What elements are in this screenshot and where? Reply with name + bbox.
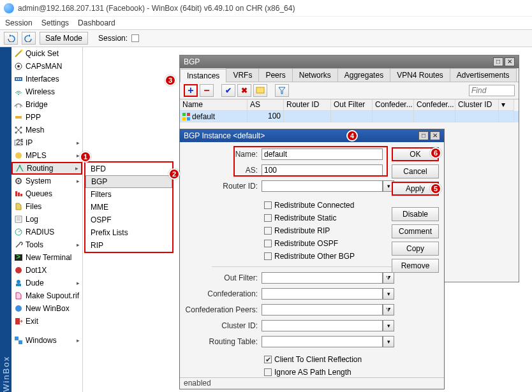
sidebar-item-bridge[interactable]: Bridge	[11, 98, 82, 111]
sidebar-item-wireless[interactable]: Wireless	[11, 85, 82, 98]
sidebar: Quick Set CAPsMAN Interfaces Wireless Br…	[11, 47, 83, 392]
sidebar-item-label: Exit	[26, 317, 38, 326]
name-input[interactable]	[262, 149, 383, 160]
sidebar-item-label: New Terminal	[26, 253, 71, 262]
tab-aggregates[interactable]: Aggregates	[337, 68, 390, 82]
sidebar-item-newwinbox[interactable]: New WinBox	[11, 302, 82, 315]
sidebar-item-windows[interactable]: Windows▸	[11, 334, 82, 347]
redis-connected-checkbox[interactable]	[264, 201, 272, 209]
copy-button[interactable]: Copy	[392, 242, 439, 256]
submenu-item-bfd[interactable]: BFD	[85, 163, 172, 175]
sidebar-item-capsman[interactable]: CAPsMAN	[11, 60, 82, 73]
disable-button[interactable]: Disable	[392, 207, 439, 221]
sidebar-item-dot1x[interactable]: Dot1X	[11, 264, 82, 277]
queues-icon	[14, 189, 23, 198]
tab-instances[interactable]: Instances	[180, 69, 226, 82]
redis-rip-checkbox[interactable]	[264, 227, 272, 235]
submenu-arrow-icon: ▸	[77, 280, 80, 286]
minimize-button[interactable]: □	[418, 131, 429, 140]
disable-button[interactable]: ✖	[237, 84, 251, 97]
rtable-dropdown[interactable]: ▾	[383, 336, 394, 347]
col-confed1[interactable]: Confeder...	[373, 99, 414, 111]
redo-button[interactable]	[22, 32, 36, 45]
submenu-item-mme[interactable]: MME	[85, 201, 172, 214]
outfilter-input[interactable]	[262, 272, 383, 284]
cluster-input[interactable]	[262, 320, 383, 331]
sidebar-item-ppp[interactable]: PPP	[11, 111, 82, 124]
submenu-item-filters[interactable]: Filters	[85, 188, 172, 201]
tab-advertisements[interactable]: Advertisements	[450, 68, 517, 82]
tab-networks[interactable]: Networks	[292, 68, 338, 82]
session-checkbox[interactable]	[131, 34, 139, 42]
sidebar-item-terminal[interactable]: >New Terminal	[11, 251, 82, 264]
comment-button[interactable]	[253, 84, 267, 97]
safe-mode-button[interactable]: Safe Mode	[40, 32, 88, 45]
close-button[interactable]: ✕	[430, 131, 440, 140]
sidebar-item-mpls[interactable]: MPLS▸	[11, 149, 82, 162]
c2c-checkbox[interactable]: ✔	[264, 356, 272, 363]
undo-button[interactable]	[4, 32, 18, 45]
tab-peers[interactable]: Peers	[258, 68, 292, 82]
minimize-button[interactable]: □	[493, 57, 503, 66]
ignore-as-checkbox[interactable]	[264, 368, 272, 376]
confed-peers-dropdown[interactable]: ⧩	[383, 304, 394, 316]
sidebar-item-interfaces[interactable]: Interfaces	[11, 73, 82, 85]
routing-submenu: BFD BGP Filters MME OSPF Prefix Lists RI…	[84, 161, 174, 253]
add-button[interactable]: +	[184, 84, 198, 97]
redis-static-checkbox[interactable]	[264, 214, 272, 222]
bgp-window-header[interactable]: BGP □ ✕	[180, 55, 519, 68]
col-as[interactable]: AS	[248, 99, 284, 111]
sidebar-item-routing[interactable]: Routing▸	[11, 162, 82, 175]
menu-dashboard[interactable]: Dashboard	[78, 18, 115, 27]
sidebar-item-system[interactable]: System▸	[11, 175, 82, 187]
comment-button[interactable]: Comment	[392, 224, 439, 238]
tab-vpn4[interactable]: VPN4 Routes	[390, 68, 450, 82]
redis-ospf-checkbox[interactable]	[264, 240, 272, 247]
sidebar-item-quickset[interactable]: Quick Set	[11, 47, 82, 60]
wand-icon	[14, 49, 23, 58]
enable-button[interactable]: ✔	[221, 84, 235, 97]
dude-icon	[14, 279, 23, 287]
submenu-item-rip[interactable]: RIP	[85, 239, 172, 252]
sidebar-item-files[interactable]: Files	[11, 200, 82, 213]
submenu-item-bgp[interactable]: BGP	[85, 175, 172, 188]
sidebar-item-mesh[interactable]: Mesh	[11, 124, 82, 136]
as-input[interactable]	[262, 164, 383, 176]
sidebar-item-supout[interactable]: Make Supout.rif	[11, 289, 82, 302]
tab-vrfs[interactable]: VRFs	[226, 68, 259, 82]
grid-row-default[interactable]: default 100	[180, 111, 519, 122]
find-input[interactable]	[469, 85, 515, 96]
col-more[interactable]: ▾	[499, 99, 514, 111]
outfilter-dropdown[interactable]: ⧩	[383, 272, 394, 284]
remove-button[interactable]: −	[200, 84, 214, 97]
col-name[interactable]: Name	[180, 99, 248, 111]
sidebar-item-radius[interactable]: RADIUS	[11, 226, 82, 238]
sidebar-item-dude[interactable]: Dude▸	[11, 277, 82, 289]
remove-button[interactable]: Remove	[392, 259, 439, 273]
sidebar-item-log[interactable]: Log	[11, 213, 82, 226]
close-button[interactable]: ✕	[505, 57, 515, 66]
confed-peers-input[interactable]	[262, 304, 383, 316]
sidebar-item-ip[interactable]: 255IP▸	[11, 136, 82, 149]
menu-settings[interactable]: Settings	[41, 18, 69, 27]
cluster-dropdown[interactable]: ▾	[383, 320, 394, 331]
instance-header[interactable]: BGP Instance <default> □ ✕	[180, 129, 444, 142]
sidebar-item-tools[interactable]: Tools▸	[11, 238, 82, 251]
filter-button[interactable]	[275, 84, 289, 97]
sidebar-item-exit[interactable]: Exit	[11, 315, 82, 328]
rtable-input[interactable]	[262, 336, 383, 347]
submenu-item-ospf[interactable]: OSPF	[85, 214, 172, 226]
col-routerid[interactable]: Router ID	[284, 99, 331, 111]
col-confed2[interactable]: Confeder...	[414, 99, 455, 111]
col-outfilter[interactable]: Out Filter	[331, 99, 373, 111]
confed-dropdown[interactable]: ▾	[383, 288, 394, 300]
cancel-button[interactable]: Cancel	[392, 164, 439, 178]
col-cluster[interactable]: Cluster ID	[455, 99, 499, 111]
routerid-input[interactable]	[262, 180, 383, 192]
redis-rip-label: Redistribute RIP	[274, 226, 330, 235]
confed-input[interactable]	[262, 288, 383, 300]
menu-session[interactable]: Session	[5, 18, 33, 27]
submenu-item-prefix-lists[interactable]: Prefix Lists	[85, 226, 172, 239]
sidebar-item-queues[interactable]: Queues	[11, 187, 82, 200]
redis-other-checkbox[interactable]	[264, 252, 272, 260]
